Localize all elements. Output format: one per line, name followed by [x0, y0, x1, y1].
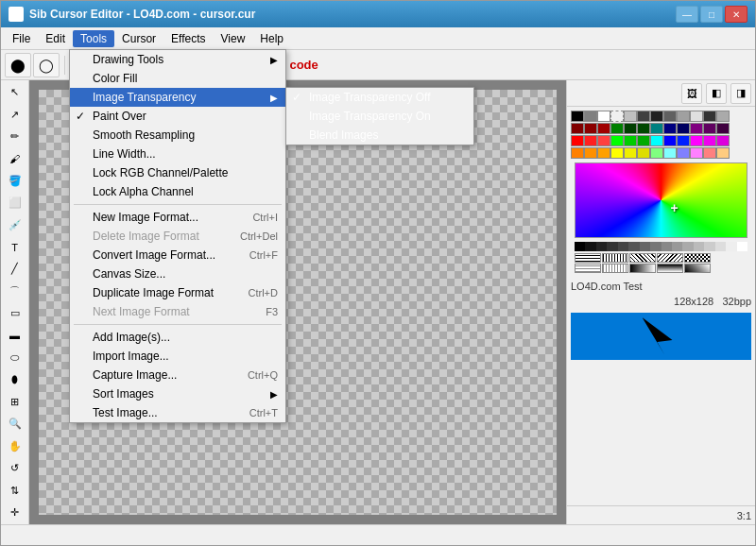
hatch-9[interactable]	[657, 264, 683, 273]
swatch-amber[interactable]	[597, 147, 610, 159]
swatch-teal[interactable]	[650, 123, 663, 134]
menu-next-image-format[interactable]: Next Image Format F3	[70, 302, 285, 321]
submenu-blend-images[interactable]: Blend Images	[286, 126, 473, 145]
rpanel-btn-2[interactable]: ◧	[706, 83, 727, 104]
menu-lock-alpha[interactable]: Lock Alpha Channel	[70, 182, 285, 201]
swatch-gray[interactable]	[584, 111, 597, 122]
tool-arrow[interactable]: ↗	[4, 104, 26, 124]
hatch-4[interactable]	[657, 253, 683, 263]
tool-rotate[interactable]: ↺	[4, 458, 26, 478]
toolbar-btn-1[interactable]: ⬤	[5, 53, 31, 77]
gray-c[interactable]	[704, 242, 714, 251]
swatch-red-lt[interactable]	[584, 135, 597, 146]
swatch-orange[interactable]	[571, 147, 584, 159]
menu-edit[interactable]: Edit	[38, 30, 73, 47]
swatch-ltgray[interactable]	[677, 111, 690, 122]
swatch-orange-lt[interactable]	[584, 147, 597, 159]
hatch-5[interactable]	[684, 253, 711, 263]
hatch-7[interactable]	[602, 264, 628, 273]
menu-cursor[interactable]: Cursor	[114, 30, 163, 47]
swatch-darknavy[interactable]	[677, 123, 690, 134]
swatch-darkgreen[interactable]	[610, 123, 624, 134]
menu-sort-images[interactable]: Sort Images ▶	[70, 384, 285, 403]
hatch-1[interactable]	[575, 253, 601, 263]
swatch-medgray[interactable]	[663, 111, 677, 122]
hatch-6[interactable]	[575, 264, 601, 273]
menu-drawing-tools[interactable]: Drawing Tools ▶	[70, 50, 285, 69]
maximize-button[interactable]: □	[700, 6, 723, 23]
rpanel-btn-1[interactable]: 🖼	[681, 83, 702, 104]
rpanel-btn-3[interactable]: ◨	[730, 83, 751, 104]
swatch-lt-blue[interactable]	[677, 147, 690, 159]
gray-e[interactable]	[726, 242, 736, 251]
tool-text[interactable]: T	[4, 237, 26, 257]
swatch-forestgreen[interactable]	[637, 123, 650, 134]
menu-canvas-size[interactable]: Canvas Size...	[70, 264, 285, 283]
swatch-lt-red[interactable]	[703, 147, 716, 159]
menu-effects[interactable]: Effects	[163, 30, 213, 47]
swatch-red-lt2[interactable]	[597, 135, 610, 146]
hatch-2[interactable]	[602, 253, 628, 263]
gray-f[interactable]	[737, 242, 747, 251]
tool-eyedropper[interactable]: 💉	[4, 214, 26, 234]
menu-help[interactable]: Help	[252, 30, 291, 47]
menu-delete-image-format[interactable]: Delete Image Format Ctrl+Del	[70, 227, 285, 246]
tool-grid[interactable]: ⊞	[4, 392, 26, 412]
swatch-lime[interactable]	[610, 135, 624, 146]
swatch-red2[interactable]	[597, 123, 610, 134]
hatch-8[interactable]	[629, 264, 656, 273]
toolbar-btn-2[interactable]: ◯	[33, 53, 60, 77]
gray-0[interactable]	[575, 242, 585, 251]
tool-brush[interactable]: 🖌	[4, 148, 26, 168]
swatch-lt-cyan[interactable]	[663, 147, 677, 159]
gray-7[interactable]	[650, 242, 661, 251]
submenu-transparency-on[interactable]: Image Transparency On	[286, 107, 473, 126]
minimize-button[interactable]: —	[676, 6, 698, 23]
tool-ellipse[interactable]: ⬭	[4, 348, 26, 367]
swatch-magenta[interactable]	[690, 135, 703, 146]
submenu-transparency-off[interactable]: ✓ Image Transparency Off	[286, 88, 473, 107]
swatch-navy[interactable]	[663, 123, 677, 134]
gray-8[interactable]	[662, 242, 672, 251]
swatch-vdarkgray[interactable]	[650, 111, 663, 122]
hatch-3[interactable]	[629, 253, 656, 263]
swatch-vdarkpurple[interactable]	[716, 123, 730, 134]
swatch-yellow-dk2[interactable]	[637, 147, 650, 159]
tool-pencil[interactable]: ✏	[4, 127, 26, 146]
swatch-green-med[interactable]	[624, 135, 637, 146]
swatch-darkred[interactable]	[571, 123, 584, 134]
menu-line-width[interactable]: Line Width...	[70, 145, 285, 163]
gray-6[interactable]	[640, 242, 650, 251]
tool-eraser[interactable]: ⬜	[4, 193, 26, 213]
gray-9[interactable]	[672, 242, 682, 251]
swatch-purple[interactable]	[690, 123, 703, 134]
menu-lock-rgb[interactable]: Lock RGB Channel/Palette	[70, 163, 285, 182]
menu-duplicate-image-format[interactable]: Duplicate Image Format Ctrl+D	[70, 283, 285, 302]
menu-capture-image[interactable]: Capture Image... Ctrl+Q	[70, 366, 285, 384]
swatch-darkgray[interactable]	[637, 111, 650, 122]
swatch-vltgray[interactable]	[690, 111, 703, 122]
swatch-lt-pink[interactable]	[690, 147, 703, 159]
hatch-10[interactable]	[684, 264, 711, 273]
menu-convert-image-format[interactable]: Convert Image Format... Ctrl+F	[70, 246, 285, 264]
menu-paint-over[interactable]: ✓ Paint Over	[70, 107, 285, 126]
swatch-light-gray[interactable]	[716, 111, 730, 122]
menu-test-image[interactable]: Test Image... Ctrl+T	[70, 403, 285, 422]
swatch-crimson[interactable]	[584, 123, 597, 134]
menu-color-fill[interactable]: Color Fill	[70, 69, 285, 88]
swatch-red[interactable]	[571, 135, 584, 146]
swatch-yellow[interactable]	[610, 147, 624, 159]
menu-image-transparency[interactable]: Image Transparency ▶ ✓ Image Transparenc…	[70, 88, 285, 107]
gray-b[interactable]	[694, 242, 704, 251]
gray-4[interactable]	[618, 242, 628, 251]
gray-5[interactable]	[628, 242, 639, 251]
menu-view[interactable]: View	[214, 30, 253, 47]
swatch-cyan[interactable]	[650, 135, 663, 146]
swatch-lt-green[interactable]	[650, 147, 663, 159]
swatch-yellow-dk[interactable]	[624, 147, 637, 159]
menu-import-image[interactable]: Import Image...	[70, 347, 285, 366]
swatch-peach[interactable]	[716, 147, 730, 159]
swatch-darkpurple[interactable]	[703, 123, 716, 134]
swatch-vdarkgreen[interactable]	[624, 123, 637, 134]
swatch-magenta-dk[interactable]	[716, 135, 730, 146]
